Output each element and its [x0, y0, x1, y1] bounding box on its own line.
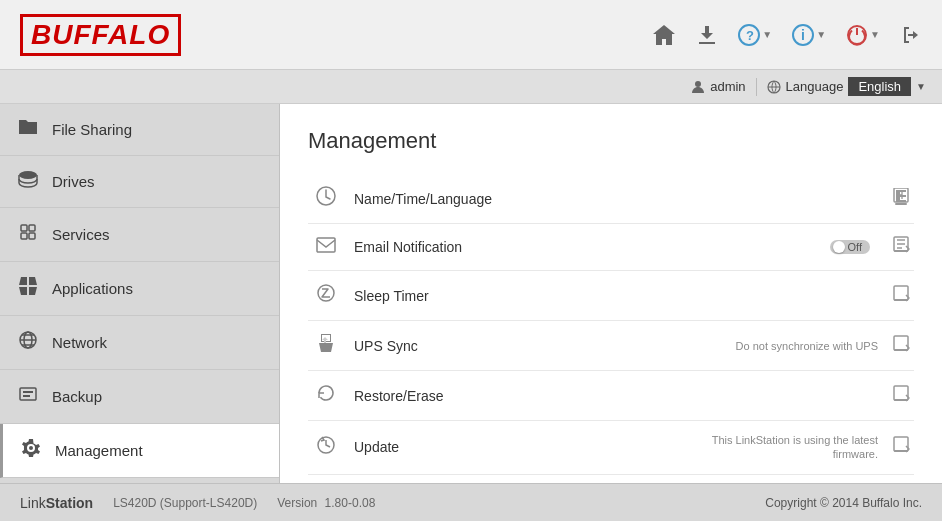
header-icons: ? ▼ i ▼ ▼ [652, 24, 922, 46]
name-time-lang-icon [312, 186, 340, 211]
footer-version-number: 1.80-0.08 [325, 496, 376, 510]
name-time-lang-label: Name/Time/Language [354, 191, 864, 207]
footer-copyright: Copyright © 2014 Buffalo Inc. [765, 496, 922, 510]
footer: LinkStation LS420D (Support-LS420D) Vers… [0, 483, 942, 521]
mgmt-row-sleep-timer: Sleep Timer [308, 271, 914, 321]
sidebar-item-services[interactable]: Services [0, 208, 279, 262]
update-label: Update [354, 439, 694, 455]
language-selector[interactable]: Language English ▼ [767, 77, 926, 96]
svg-text:i: i [801, 27, 805, 43]
svg-rect-28 [894, 286, 908, 300]
logout-icon[interactable] [900, 24, 922, 46]
sleep-timer-arrow[interactable] [892, 285, 910, 307]
mgmt-row-name-time-lang: Name/Time/Language [308, 174, 914, 224]
drives-icon [16, 170, 40, 193]
mgmt-row-ups-sync: UPS Sync Do not synchronize with UPS [308, 321, 914, 371]
language-icon [767, 80, 781, 94]
info-icon[interactable]: i ▼ [792, 24, 826, 46]
sidebar-label-network: Network [52, 334, 107, 351]
email-toggle[interactable]: Off [830, 240, 870, 254]
svg-rect-35 [894, 437, 908, 451]
svg-rect-18 [20, 388, 36, 400]
username: admin [710, 79, 745, 94]
email-notification-arrow[interactable] [892, 236, 910, 258]
sidebar-item-file-sharing[interactable]: File Sharing [0, 104, 279, 156]
home-icon[interactable] [652, 24, 676, 46]
svg-rect-30 [894, 336, 908, 350]
user-info: admin [691, 79, 745, 94]
restore-erase-arrow[interactable] [892, 385, 910, 407]
svg-point-8 [19, 171, 37, 179]
main-layout: File Sharing Drives Services Application… [0, 104, 942, 483]
user-bar: admin Language English ▼ [0, 70, 942, 104]
update-status: This LinkStation is using the latest fir… [708, 433, 878, 462]
info-arrow: ▼ [816, 29, 826, 40]
sleep-timer-icon [312, 283, 340, 308]
svg-point-27 [318, 285, 334, 301]
power-arrow: ▼ [870, 29, 880, 40]
name-time-lang-arrow[interactable] [892, 188, 910, 210]
footer-brand: LinkStation [20, 495, 93, 511]
sidebar-label-drives: Drives [52, 173, 95, 190]
update-arrow[interactable] [892, 436, 910, 458]
ups-sync-status: Do not synchronize with UPS [736, 340, 878, 352]
ups-sync-arrow[interactable] [892, 335, 910, 357]
email-notification-icon [312, 237, 340, 258]
download-icon[interactable] [696, 24, 718, 46]
svg-rect-11 [21, 233, 27, 239]
management-icon [19, 438, 43, 463]
restore-erase-label: Restore/Erase [354, 388, 864, 404]
mgmt-row-ssl: SSL [308, 475, 914, 483]
page-title: Management [308, 128, 914, 154]
footer-model: LS420D (Support-LS420D) [113, 496, 257, 510]
language-dropdown-arrow[interactable]: ▼ [916, 81, 926, 92]
svg-rect-23 [895, 203, 907, 205]
network-icon [16, 330, 40, 355]
help-icon[interactable]: ? ▼ [738, 24, 772, 46]
power-icon[interactable]: ▼ [846, 24, 880, 46]
ups-sync-icon [312, 333, 340, 358]
help-arrow: ▼ [762, 29, 772, 40]
svg-rect-12 [29, 233, 35, 239]
divider [756, 78, 757, 96]
update-icon [312, 435, 340, 460]
svg-text:?: ? [746, 28, 754, 43]
footer-brand-text: Station [46, 495, 93, 511]
footer-version: Version 1.80-0.08 [277, 496, 375, 510]
svg-rect-32 [894, 386, 908, 400]
sidebar-item-applications[interactable]: Applications [0, 262, 279, 316]
footer-brand-name: LinkStation [20, 497, 93, 511]
language-label: Language [786, 79, 844, 94]
svg-rect-19 [23, 391, 33, 393]
header: BUFFALO ? ▼ i ▼ ▼ [0, 0, 942, 70]
sidebar-item-drives[interactable]: Drives [0, 156, 279, 208]
sidebar-item-backup[interactable]: Backup [0, 370, 279, 424]
mgmt-row-restore-erase: Restore/Erase [308, 371, 914, 421]
ups-sync-label: UPS Sync [354, 338, 722, 354]
footer-version-label: Version [277, 496, 317, 510]
svg-rect-24 [317, 238, 335, 252]
sidebar-label-management: Management [55, 442, 143, 459]
mgmt-row-email-notification: Email Notification Off [308, 224, 914, 271]
sidebar-item-network[interactable]: Network [0, 316, 279, 370]
sidebar-label-file-sharing: File Sharing [52, 121, 132, 138]
restore-erase-icon [312, 383, 340, 408]
content-area: Management Name/Time/Language Email Noti… [280, 104, 942, 483]
sidebar-label-services: Services [52, 226, 110, 243]
sidebar-label-backup: Backup [52, 388, 102, 405]
services-icon [16, 222, 40, 247]
backup-icon [16, 384, 40, 409]
svg-rect-10 [29, 225, 35, 231]
svg-rect-9 [21, 225, 27, 231]
sidebar-label-applications: Applications [52, 280, 133, 297]
applications-icon [16, 276, 40, 301]
file-sharing-icon [16, 118, 40, 141]
svg-point-6 [695, 81, 701, 87]
sidebar: File Sharing Drives Services Application… [0, 104, 280, 483]
sidebar-item-management[interactable]: Management [0, 424, 279, 478]
language-button[interactable]: English [848, 77, 911, 96]
email-notification-label: Email Notification [354, 239, 816, 255]
logo: BUFFALO [20, 14, 181, 56]
user-icon [691, 80, 705, 94]
svg-rect-20 [23, 395, 30, 397]
